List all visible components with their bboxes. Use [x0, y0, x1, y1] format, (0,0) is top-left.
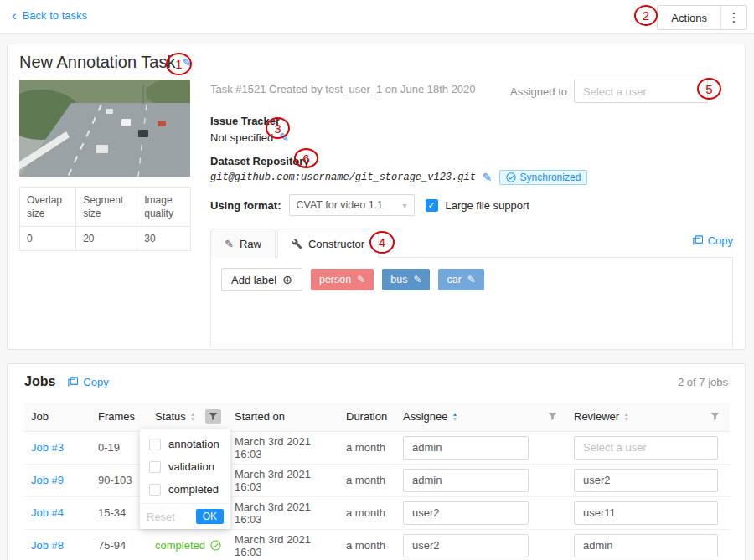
job-link[interactable]: Job #3: [31, 441, 64, 454]
duration-cell: a month: [339, 464, 396, 496]
sort-icons[interactable]: ▲▼: [452, 412, 457, 422]
repository-url: git@github.com:username/git_storage_v123…: [210, 172, 476, 183]
annotation-circle-1: 1: [166, 53, 192, 75]
job-cell: Job #9: [24, 464, 91, 496]
add-label-text: Add label: [231, 274, 276, 286]
back-link-label: Back to tasks: [23, 9, 87, 22]
sort-icons[interactable]: ▲▼: [623, 412, 629, 422]
reviewer-cell: [567, 496, 730, 529]
started-cell: March 3rd 2021 16:03: [228, 529, 339, 560]
label-tag-person-name: person: [319, 274, 351, 285]
assignee-input[interactable]: [403, 534, 529, 557]
assignee-cell: [396, 431, 567, 464]
status-check-circle-icon: [210, 540, 221, 551]
annotation-circle-2: 2: [634, 5, 658, 26]
column-header-job[interactable]: Job: [24, 403, 91, 431]
param-header-quality: Image quality: [137, 188, 191, 227]
job-link[interactable]: Job #8: [31, 539, 64, 552]
job-link[interactable]: Job #9: [31, 474, 64, 486]
column-header-started[interactable]: Started on: [228, 403, 339, 431]
tab-constructor[interactable]: Constructor: [277, 229, 379, 258]
task-params-table: Overlap size Segment size Image quality …: [19, 187, 191, 251]
reviewer-filter-icon[interactable]: [707, 409, 723, 424]
jobs-table: Job Frames Status ▲▼ Started on Duration: [24, 403, 730, 560]
param-value-overlap: 0: [20, 227, 76, 251]
filter-reset-button[interactable]: Reset: [147, 511, 175, 523]
format-select[interactable]: CVAT for video 1.1 ▾: [289, 194, 415, 216]
edit-label-car-icon[interactable]: ✎: [467, 274, 476, 285]
started-cell: March 3rd 2021 16:03: [228, 431, 339, 464]
job-cell: Job #3: [24, 431, 91, 464]
reviewer-input[interactable]: [574, 436, 718, 460]
column-header-reviewer[interactable]: Reviewer ▲▼: [567, 403, 730, 431]
using-format-label: Using format:: [210, 199, 281, 212]
pencil-icon: ✎: [225, 238, 234, 250]
assignee-input[interactable]: [403, 501, 529, 525]
status-completed: completed: [155, 539, 221, 552]
more-actions-icon[interactable]: ⋮: [721, 10, 746, 25]
reviewer-cell: [567, 529, 730, 560]
duration-cell: a month: [339, 529, 396, 560]
duration-cell: a month: [339, 496, 396, 529]
assignee-cell: [396, 529, 567, 560]
checkbox-validation[interactable]: [149, 461, 161, 473]
assignee-cell: [396, 496, 567, 529]
reviewer-cell: [567, 464, 730, 496]
edit-label-person-icon[interactable]: ✎: [357, 274, 365, 285]
back-to-tasks-link[interactable]: ‹ Back to tasks: [12, 9, 87, 22]
annotation-circle-3: 3: [266, 117, 290, 139]
filter-option-annotation[interactable]: annotation: [140, 433, 230, 455]
actions-label[interactable]: Actions: [658, 12, 720, 24]
task-info-column: Task #1521 Created by test_user_1 on Jun…: [210, 44, 733, 349]
column-header-duration[interactable]: Duration: [339, 403, 396, 431]
reviewer-input[interactable]: [574, 534, 718, 557]
assignee-input[interactable]: [403, 469, 529, 492]
assignee-select-input[interactable]: [574, 80, 708, 103]
checkbox-completed[interactable]: [149, 484, 161, 496]
road-scene-illustration: [19, 80, 190, 177]
job-cell: Job #8: [24, 529, 91, 560]
job-row-9: Job #9 90-103 March 3rd 2021 16:03 a mon…: [24, 464, 730, 496]
column-header-status[interactable]: Status ▲▼: [148, 403, 228, 431]
tab-raw[interactable]: ✎ Raw: [210, 229, 276, 258]
reviewer-input[interactable]: [574, 469, 718, 492]
task-title: New Annotation Task: [19, 53, 175, 72]
edit-label-bus-icon[interactable]: ✎: [413, 274, 421, 285]
duration-cell: a month: [339, 431, 396, 464]
jobs-copy-link[interactable]: Copy: [67, 376, 108, 388]
filter-option-completed[interactable]: completed: [140, 478, 230, 501]
frames-cell: 75-94: [91, 529, 148, 560]
label-tag-bus-name: bus: [390, 274, 407, 285]
label-tag-person[interactable]: person ✎: [311, 269, 374, 290]
reviewer-input[interactable]: [574, 501, 718, 525]
filter-option-validation[interactable]: validation: [140, 455, 230, 478]
actions-button[interactable]: Actions ⋮: [657, 5, 747, 30]
job-link[interactable]: Job #4: [31, 506, 64, 519]
assignee-filter-icon[interactable]: [545, 409, 560, 424]
edit-repository-icon[interactable]: ✎: [483, 171, 493, 184]
back-chevron-icon: ‹: [12, 10, 17, 21]
tab-constructor-label: Constructor: [308, 238, 364, 250]
reviewer-cell: [567, 431, 730, 464]
label-tag-car[interactable]: car ✎: [438, 269, 483, 290]
label-tag-bus[interactable]: bus ✎: [382, 269, 430, 290]
labels-tabs: ✎ Raw Constructor Copy: [210, 228, 733, 258]
task-preview-image: [19, 80, 190, 177]
checkbox-annotation[interactable]: [149, 439, 161, 450]
assigned-to-label: Assigned to: [510, 85, 567, 98]
column-header-frames[interactable]: Frames: [91, 403, 148, 431]
jobs-table-header-row: Job Frames Status ▲▼ Started on Duration: [24, 403, 730, 431]
large-file-checkbox[interactable]: ✓: [426, 199, 438, 212]
sort-icons[interactable]: ▲▼: [190, 412, 196, 422]
add-label-button[interactable]: Add label ⊕: [221, 268, 302, 291]
jobs-copy-label: Copy: [83, 376, 108, 388]
task-details-card: New Annotation Task ✎: [7, 44, 746, 350]
status-filter-icon[interactable]: [205, 409, 221, 424]
filter-ok-button[interactable]: OK: [196, 509, 224, 524]
jobs-header: Jobs Copy 2 of 7 jobs: [24, 374, 728, 389]
column-header-assignee[interactable]: Assignee ▲▼: [396, 403, 567, 431]
assignee-input[interactable]: [403, 436, 529, 460]
labels-copy-link[interactable]: Copy: [692, 234, 733, 247]
job-row-4: Job #4 15-34 March 3rd 2021 16:03 a mont…: [24, 496, 730, 529]
large-file-label: Large file support: [446, 199, 529, 212]
